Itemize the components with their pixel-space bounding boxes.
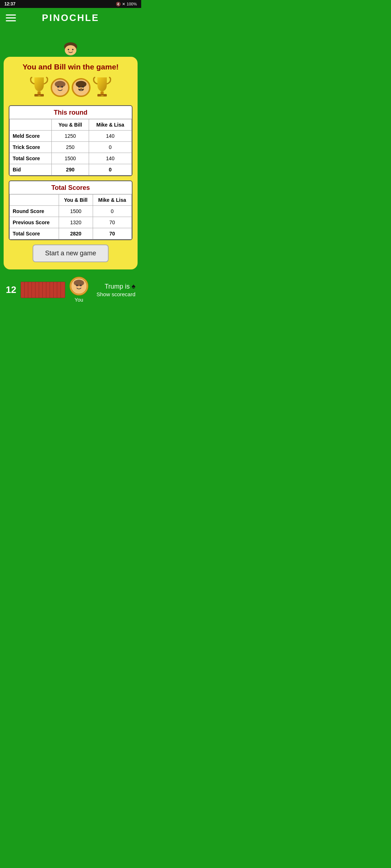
- start-new-game-button[interactable]: Start a new game: [33, 244, 108, 262]
- status-time: 12:37: [4, 1, 16, 7]
- svg-point-9: [57, 86, 59, 88]
- total-scores-title: Total Scores: [9, 181, 132, 194]
- row-label: Total Score: [10, 153, 52, 164]
- trophy-row: 1st: [9, 76, 133, 99]
- svg-point-3: [72, 49, 73, 50]
- svg-point-11: [57, 88, 59, 90]
- this-round-header-col1: You & Bill: [52, 119, 89, 131]
- svg-text:1st: 1st: [38, 94, 41, 97]
- row-val1: 290: [52, 164, 89, 175]
- result-modal: You and Bill win the game! 1st: [4, 57, 138, 269]
- row-label: Meld Score: [10, 131, 52, 142]
- row-val1: 1250: [52, 131, 89, 142]
- table-row: Bid 290 0: [10, 164, 132, 175]
- status-bar: 12:37 🔇 ✕ 100%: [0, 0, 141, 8]
- green-top-area: [0, 28, 141, 57]
- svg-point-21: [74, 280, 84, 286]
- row-val1: 1320: [59, 217, 93, 228]
- total-scores-header-col1: You & Bill: [59, 195, 93, 206]
- row-label: Round Score: [10, 206, 59, 217]
- trump-text: Trump is ♠: [105, 283, 135, 290]
- row-val1: 250: [52, 142, 89, 153]
- player-you-label: You: [75, 297, 83, 303]
- this-round-title: This round: [9, 106, 132, 119]
- card-count: 12: [6, 284, 16, 295]
- mini-card: [60, 282, 65, 298]
- svg-point-12: [61, 88, 63, 90]
- row-val2: 140: [89, 131, 132, 142]
- peeking-character: [62, 42, 80, 57]
- win-title: You and Bill win the game!: [9, 63, 133, 71]
- this-round-header-empty: [10, 119, 52, 131]
- svg-point-2: [68, 49, 69, 50]
- svg-point-24: [76, 286, 78, 288]
- trump-area: Trump is ♠ Show scorecard: [96, 282, 135, 297]
- this-round-table: You & Bill Mike & Lisa Meld Score 1250 1…: [9, 119, 132, 175]
- row-val1: 2820: [59, 228, 93, 239]
- total-scores-table: You & Bill Mike & Lisa Round Score 1500 …: [9, 194, 132, 239]
- row-val2: 70: [93, 228, 131, 239]
- total-scores-header-col2: Mike & Lisa: [93, 195, 131, 206]
- row-label: Trick Score: [10, 142, 52, 153]
- svg-point-25: [80, 286, 82, 288]
- left-trophy: 1st: [30, 76, 49, 99]
- app-header: PINOCHLE: [0, 8, 141, 28]
- status-icons: 🔇 ✕ 100%: [116, 2, 137, 7]
- this-round-section: This round You & Bill Mike & Lisa Meld S…: [9, 105, 133, 176]
- total-scores-header-empty: [10, 195, 59, 206]
- card-stack: [21, 282, 65, 298]
- app-title: PINOCHLE: [16, 12, 125, 24]
- row-label: Previous Score: [10, 217, 59, 228]
- table-row: Round Score 1500 0: [10, 206, 132, 217]
- row-val1: 1500: [59, 206, 93, 217]
- svg-point-16: [82, 86, 84, 88]
- show-scorecard-link[interactable]: Show scorecard: [96, 291, 135, 297]
- table-row: Trick Score 250 0: [10, 142, 132, 153]
- battery-text: 100%: [127, 2, 137, 6]
- svg-point-23: [80, 285, 81, 286]
- bottom-game-area: 12 You Trum: [0, 269, 141, 310]
- hamburger-menu[interactable]: [6, 14, 16, 21]
- row-label: Total Score: [10, 228, 59, 239]
- table-row: Meld Score 1250 140: [10, 131, 132, 142]
- row-val2: 0: [89, 164, 132, 175]
- svg-point-1: [65, 45, 76, 55]
- row-val1: 1500: [52, 153, 89, 164]
- player-you-face: [51, 78, 70, 97]
- svg-point-22: [76, 285, 77, 286]
- table-row: Total Score 2820 70: [10, 228, 132, 239]
- table-row: Total Score 1500 140: [10, 153, 132, 164]
- player-avatar-bottom: You: [70, 277, 88, 303]
- table-row: Previous Score 1320 70: [10, 217, 132, 228]
- this-round-header-col2: Mike & Lisa: [89, 119, 132, 131]
- row-val2: 0: [93, 206, 131, 217]
- player-bill-face: [72, 78, 91, 97]
- player-face-bottom: [70, 277, 88, 295]
- svg-point-14: [76, 81, 87, 88]
- right-trophy: 1st: [93, 76, 112, 99]
- svg-point-15: [78, 86, 80, 88]
- row-val2: 0: [89, 142, 132, 153]
- trump-suit-icon: ♠: [131, 282, 135, 290]
- svg-text:1st: 1st: [101, 94, 104, 97]
- row-val2: 70: [93, 217, 131, 228]
- total-scores-section: Total Scores You & Bill Mike & Lisa Roun…: [9, 180, 133, 240]
- row-val2: 140: [89, 153, 132, 164]
- row-label: Bid: [10, 164, 52, 175]
- svg-point-8: [55, 81, 66, 88]
- svg-point-10: [61, 86, 63, 88]
